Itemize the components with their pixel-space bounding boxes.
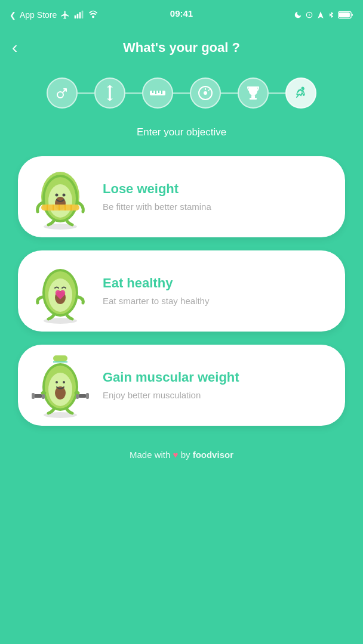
- svg-rect-3: [82, 11, 84, 18]
- status-right: [294, 11, 353, 19]
- goal-card-gain-muscle[interactable]: Gain muscular weight Enjoy better muscul…: [18, 345, 345, 426]
- back-chevron-status: ❮: [10, 11, 16, 20]
- svg-rect-18: [251, 95, 255, 98]
- avocado-weights-image: [27, 355, 93, 415]
- svg-rect-55: [86, 393, 89, 399]
- status-left: ❮ App Store: [10, 10, 99, 20]
- step-line-5: [269, 92, 285, 94]
- svg-line-17: [208, 89, 210, 91]
- svg-point-48: [56, 381, 58, 383]
- eat-healthy-title: Eat healthy: [103, 275, 331, 291]
- status-bar: ❮ App Store 09:41: [0, 0, 363, 30]
- svg-rect-1: [77, 14, 79, 18]
- lose-weight-text: Lose weight Be fitter with better stamin…: [103, 181, 331, 213]
- running-icon: [293, 85, 309, 101]
- step-activity[interactable]: [285, 78, 316, 109]
- avocado-heart-image: [27, 261, 93, 321]
- gain-muscle-desc: Enjoy better musculation: [103, 389, 331, 401]
- footer-middle: by: [181, 450, 193, 460]
- step-line-1: [78, 92, 94, 94]
- lock-icon: [305, 11, 313, 19]
- battery-icon: [338, 11, 353, 19]
- svg-point-28: [63, 194, 66, 197]
- step-line-4: [221, 92, 238, 94]
- footer: Made with ♥ by foodvisor: [0, 450, 363, 478]
- step-height[interactable]: [94, 78, 125, 109]
- svg-point-27: [56, 194, 59, 197]
- footer-brand: foodvisor: [193, 450, 233, 460]
- status-time: 09:41: [170, 8, 193, 18]
- airplane-icon: [60, 10, 70, 20]
- svg-rect-6: [339, 13, 350, 18]
- measure-icon: [150, 89, 165, 97]
- step-line-3: [173, 92, 190, 94]
- wifi-icon: [88, 10, 99, 20]
- step-line-2: [125, 92, 142, 94]
- height-icon: [104, 85, 116, 101]
- footer-heart: ♥: [173, 450, 179, 460]
- step-trophy[interactable]: [238, 78, 269, 109]
- eat-healthy-text: Eat healthy Eat smarter to stay healthy: [103, 275, 331, 307]
- nav-bar: ‹ What's your goal ?: [0, 30, 363, 66]
- cards-container: Lose weight Be fitter with better stamin…: [0, 156, 363, 426]
- progress-steps: [0, 66, 363, 120]
- step-gender[interactable]: [47, 78, 78, 109]
- svg-rect-2: [79, 12, 81, 18]
- avocado-tape-image: [27, 167, 93, 227]
- svg-rect-50: [32, 393, 35, 399]
- footer-prefix: Made with: [130, 450, 170, 460]
- svg-point-15: [204, 91, 207, 95]
- gain-muscle-text: Gain muscular weight Enjoy better muscul…: [103, 370, 331, 401]
- svg-rect-8: [109, 85, 110, 101]
- moon-icon: [294, 11, 302, 19]
- svg-rect-0: [75, 16, 76, 18]
- svg-rect-42: [53, 355, 67, 361]
- gender-icon: [55, 86, 69, 100]
- bluetooth-icon: [328, 11, 335, 19]
- avocado-tape-svg: [30, 164, 90, 230]
- carrier-label: App Store: [20, 10, 57, 20]
- eat-healthy-desc: Eat smarter to stay healthy: [103, 295, 331, 307]
- lose-weight-title: Lose weight: [103, 181, 331, 197]
- subtitle: Enter your objective: [0, 126, 363, 138]
- svg-rect-51: [35, 394, 42, 398]
- gain-muscle-title: Gain muscular weight: [103, 370, 331, 385]
- svg-rect-54: [79, 394, 86, 398]
- trophy-icon: [247, 85, 260, 101]
- avocado-heart-svg: [30, 258, 90, 324]
- svg-rect-19: [250, 98, 257, 100]
- avocado-weights-svg: [30, 352, 90, 418]
- back-button[interactable]: ‹: [12, 38, 17, 57]
- goal-card-lose-weight[interactable]: Lose weight Be fitter with better stamin…: [18, 156, 345, 237]
- svg-rect-9: [150, 91, 165, 95]
- page-title: What's your goal ?: [123, 40, 240, 55]
- svg-point-7: [57, 92, 63, 98]
- svg-point-49: [63, 381, 65, 383]
- goal-card-eat-healthy[interactable]: Eat healthy Eat smarter to stay healthy: [18, 250, 345, 332]
- lose-weight-desc: Be fitter with better stamina: [103, 200, 331, 213]
- scale-icon: [198, 85, 213, 101]
- location-icon: [316, 11, 325, 19]
- step-measure[interactable]: [142, 78, 173, 109]
- signal-icon: [73, 10, 84, 20]
- step-weight[interactable]: [190, 78, 221, 109]
